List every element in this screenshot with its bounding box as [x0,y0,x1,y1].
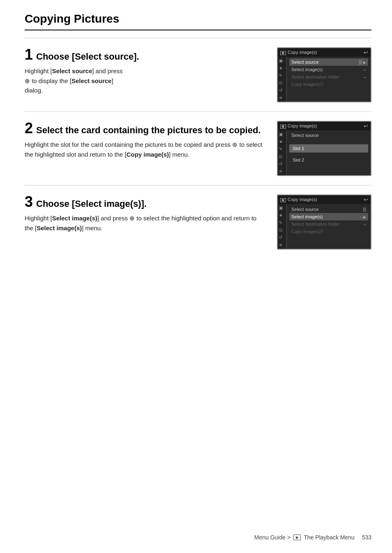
page-footer: Menu Guide > ▶ The Playback Menu 533 [254,534,371,541]
step-1-left: 1 Choose [Select source]. Highlight [Sel… [25,47,265,102]
step-2-screen: ▣Copy image(s) ↩ ▣ ★ ✎ ⊡ ↺ ≋ Select sour… [277,121,371,176]
icon-star-3: ★ [279,213,285,217]
lcd-1-body: ▣ ★ ✎ ⊡ ↺ ≋ Select source [i] ▶ Selec [278,57,371,102]
lcd-3-header: ▣Copy image(s) ↩ [278,195,371,204]
lcd-3-body: ▣ ★ ✎ ⊡ ↺ ≋ Select source [i] Select [278,204,371,249]
lcd-3-icons: ▣ ★ ✎ ⊡ ↺ ≋ [278,204,287,249]
step-3-heading-row: 3 Choose [Select image(s)]. [25,194,265,209]
step-2-number: 2 [25,121,33,136]
slot-1-item: Slot 1 [289,144,368,153]
footer-playback-icon: ▶ [293,534,301,540]
lcd-1-menu: Select source [i] ▶ Select image(s) -- S… [287,57,371,102]
icon-camera: ▣ [279,58,285,63]
lcd-3-item-1: Select source [i] [289,206,368,213]
icon-rotate-2: ↺ [279,162,285,166]
icon-pencil-2: ✎ [279,147,285,151]
lcd-3-item-2: Select image(s) -- ▶ [289,213,368,220]
icon-camera-2: ▣ [279,132,285,137]
icon-slide-3: ≋ [279,243,285,247]
lcd-3-item-4: Copy image(s)? [289,228,368,235]
lcd-2-icons: ▣ ★ ✎ ⊡ ↺ ≋ [278,130,287,175]
icon-rotate-3: ↺ [279,235,285,240]
lcd-2-return-icon: ↩ [364,123,368,129]
icon-rotate: ↺ [279,88,285,93]
lcd-1-return-icon: ↩ [364,49,368,56]
lcd-1-header: ▣Copy image(s) ↩ [278,48,371,57]
slot-2-item: Slot 2 [289,156,368,164]
icon-protect-3: ⊡ [279,228,285,232]
icon-protect-2: ⊡ [279,154,285,159]
lcd-3-return-icon: ↩ [364,197,368,203]
step-2-heading-row: 2 Select the card containing the picture… [25,121,265,136]
lcd-2-header-icon: ▣ [280,125,286,129]
lcd-1-item-3: Select destination folder -- [289,73,368,81]
icon-star-2: ★ [279,139,285,144]
icon-star: ★ [279,66,285,70]
lcd-1-item-2: Select image(s) -- [289,66,368,73]
page-title: Copying Pictures [25,12,371,30]
footer-page-number: 533 [362,534,371,541]
step-1-heading: Choose [Select source]. [36,51,139,62]
step-1-body: Highlight [Select source] and press ⊕ to… [25,66,265,95]
lcd-1-item-1: Select source [i] ▶ [289,58,368,66]
footer-text: Menu Guide > [254,534,291,541]
step-2-body: Highlight the slot for the card containi… [25,140,265,159]
step-2-section: 2 Select the card containing the picture… [25,111,371,185]
icon-camera-3: ▣ [279,206,285,210]
lcd-3-item-3: Select destination folder -- [289,220,368,228]
slot-title: Select source [289,132,368,140]
step-3-left: 3 Choose [Select image(s)]. Highlight [S… [25,194,265,250]
step-2-heading: Select the card containing the pictures … [36,125,261,136]
step-1-screen: ▣Copy image(s) ↩ ▣ ★ ✎ ⊡ ↺ ≋ Select s [277,47,371,102]
lcd-1-icons: ▣ ★ ✎ ⊡ ↺ ≋ [278,57,287,102]
step-1-number: 1 [25,47,33,62]
step-3-screen: ▣Copy image(s) ↩ ▣ ★ ✎ ⊡ ↺ ≋ Select s [277,194,371,250]
lcd-3-header-icon: ▣ [280,198,286,202]
icon-slide-2: ≋ [279,169,285,174]
footer-suffix: The Playback Menu [304,534,355,541]
lcd-2-body: ▣ ★ ✎ ⊡ ↺ ≋ Select source Slot 1 Slot 2 [278,130,371,175]
icon-protect: ⊡ [279,81,285,85]
lcd-2-content: Select source Slot 1 Slot 2 [287,130,371,175]
step-3-body: Highlight [Select image(s)] and press ⊕ … [25,213,265,233]
lcd-1-item-4: Copy image(s)? [289,81,368,88]
step-3-heading: Choose [Select image(s)]. [36,199,147,209]
step-2-left: 2 Select the card containing the picture… [25,121,265,176]
step-1-heading-row: 1 Choose [Select source]. [25,47,265,62]
step-3-number: 3 [25,194,33,209]
icon-slide: ≋ [279,95,285,100]
lcd-1-header-icon: ▣ [280,51,286,55]
lcd-3-menu: Select source [i] Select image(s) -- ▶ S… [287,204,371,249]
icon-pencil-3: ✎ [279,220,285,225]
icon-pencil: ✎ [279,73,285,78]
step-1-section: 1 Choose [Select source]. Highlight [Sel… [25,38,371,111]
step-3-section: 3 Choose [Select image(s)]. Highlight [S… [25,185,371,259]
lcd-2-header: ▣Copy image(s) ↩ [278,122,371,130]
